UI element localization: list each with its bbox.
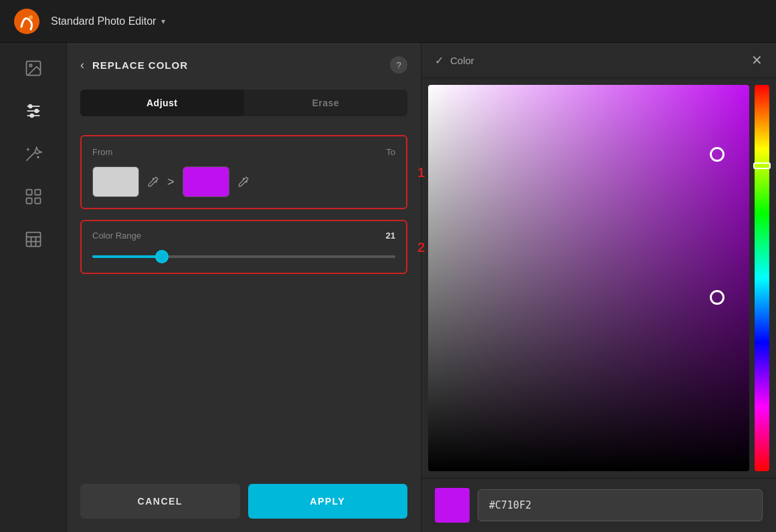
color-gradient-area[interactable] [428,85,749,471]
tab-row: Adjust Erase [80,90,407,116]
app-logo [13,8,40,35]
svg-rect-16 [35,190,40,195]
hue-bar[interactable] [755,85,769,471]
svg-rect-19 [26,233,40,247]
svg-point-7 [29,105,32,108]
from-label: From [92,147,112,157]
to-label: To [386,147,395,157]
sidebar-icon-table[interactable] [21,227,45,251]
color-picker-title-row: ✓ Color [435,54,474,67]
color-controls-row: > [92,166,395,197]
panel-title: REPLACE COLOR [92,59,188,71]
from-color-swatch[interactable] [92,166,139,197]
hue-indicator [753,162,771,169]
svg-line-10 [26,152,35,161]
svg-rect-18 [35,198,40,203]
from-eyedropper-button[interactable] [147,176,159,188]
replace-color-panel: ‹ REPLACE COLOR ? Adjust Erase From To [67,43,421,532]
panel-header-left: ‹ REPLACE COLOR [80,58,188,72]
to-color-swatch[interactable] [183,166,229,197]
color-from-to-section: From To > 1 [80,135,407,209]
svg-point-1 [29,15,33,19]
app-title-chevron[interactable]: ▾ [161,17,165,26]
range-slider-container [92,250,395,263]
svg-point-8 [35,110,38,113]
sidebar-icon-magic[interactable] [21,142,45,166]
range-label-text: Color Range [92,231,141,241]
color-picker-panel: ✓ Color ✕ [421,43,776,532]
main-layout: ‹ REPLACE COLOR ? Adjust Erase From To [0,43,776,532]
sidebar-icon-adjustments[interactable] [21,99,45,123]
hex-color-input[interactable] [478,489,763,521]
svg-point-9 [30,114,33,118]
step-number-2: 2 [417,239,425,255]
color-range-section: Color Range 21 2 [80,220,407,274]
gradient-picker-circle-1[interactable] [710,147,724,162]
sidebar-icon-grid[interactable] [21,184,45,209]
slider-track [92,255,395,258]
tab-erase[interactable]: Erase [244,90,408,116]
sidebar-icon-image[interactable] [21,56,45,80]
range-value-text: 21 [386,231,395,241]
range-label-row: Color Range 21 [92,231,395,241]
gradient-background [428,85,749,471]
apply-button[interactable]: APPLY [248,484,408,519]
svg-point-3 [29,64,32,67]
color-picker-close-button[interactable]: ✕ [751,52,763,68]
check-icon: ✓ [435,54,444,67]
panel-header: ‹ REPLACE COLOR ? [80,56,407,74]
arrow-label: > [167,175,175,189]
slider-fill [92,255,162,258]
gradient-picker-circle-2[interactable] [710,290,724,305]
left-sidebar [0,43,67,532]
color-picker-body [421,78,776,478]
color-picker-header: ✓ Color ✕ [421,43,776,78]
slider-thumb[interactable] [155,250,169,263]
app-title-text: Standard Photo Editor ▾ [51,15,165,27]
topbar: Standard Photo Editor ▾ [0,0,776,43]
bottom-buttons: CANCEL APPLY [80,484,407,519]
app-name-label: Standard Photo Editor [51,15,156,27]
color-picker-footer [421,478,776,532]
to-eyedropper-button[interactable] [237,176,250,188]
section-label-row: From To [92,147,395,157]
svg-rect-15 [26,190,31,195]
help-button[interactable]: ? [390,56,407,74]
svg-point-0 [14,9,39,34]
back-button[interactable]: ‹ [80,58,84,72]
tab-adjust[interactable]: Adjust [80,90,244,116]
cancel-button[interactable]: CANCEL [80,484,240,519]
svg-rect-17 [26,198,31,203]
step-number-1: 1 [417,164,425,180]
selected-color-swatch[interactable] [435,488,470,523]
color-picker-title: Color [450,55,474,66]
